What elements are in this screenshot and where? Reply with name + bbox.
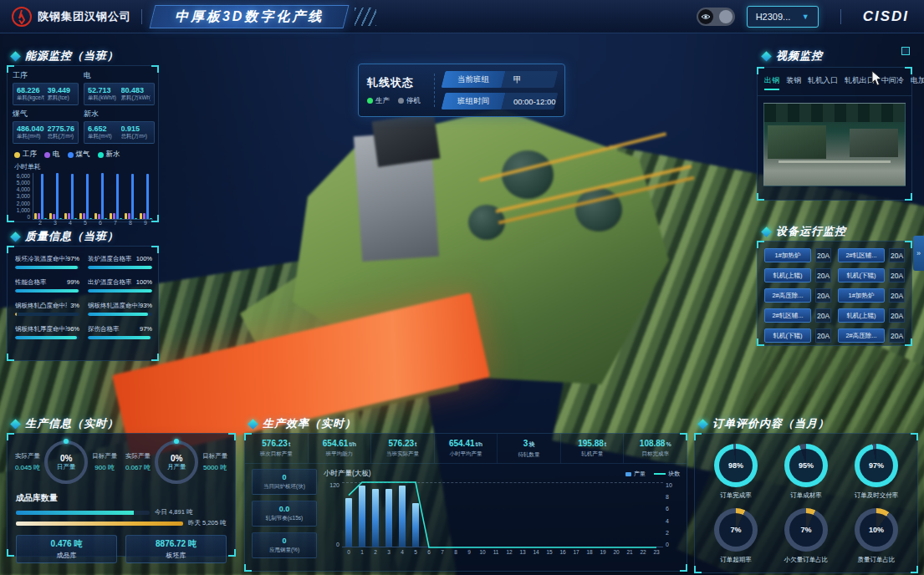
inventory-yesterday-bar: 昨天 5,205 吨 bbox=[8, 516, 235, 527]
legend-item: 块数 bbox=[654, 470, 680, 478]
quality-progress-track bbox=[88, 313, 152, 316]
energy-chart-label: 小时单耗 bbox=[8, 160, 158, 171]
efficiency-panel-title: 生产效率（实时） bbox=[249, 416, 356, 431]
efficiency-stat-value: 654.41t/h bbox=[438, 439, 494, 448]
order-ring-cell: 97%订单及时交付率 bbox=[844, 444, 909, 500]
side-stat-label: 应甩钢量(%) bbox=[256, 547, 313, 554]
panel-expand-icon[interactable] bbox=[901, 47, 910, 55]
bar-电 bbox=[113, 213, 115, 219]
device-label-badge[interactable]: 轧机(下辊) bbox=[764, 328, 811, 343]
x-tick: 10 bbox=[476, 549, 489, 555]
efficiency-stat: 195.88t轧机产量 bbox=[561, 434, 625, 463]
quality-panel-title: 质量信息（当班） bbox=[12, 229, 119, 244]
shift-group-row: 当前班组 甲 bbox=[442, 71, 559, 88]
device-label-badge[interactable]: 轧机(下辊) bbox=[838, 268, 885, 282]
corner-bracket bbox=[680, 433, 687, 440]
corner-bracket bbox=[151, 65, 159, 73]
device-label-badge[interactable]: 轧机(上辊) bbox=[838, 308, 885, 323]
rolling-status-title: 轧线状态 bbox=[367, 75, 426, 90]
mouse-cursor bbox=[871, 70, 885, 87]
legend-line-icon bbox=[654, 473, 666, 475]
device-item: 2#高压除...20A bbox=[764, 288, 831, 303]
x-tick: 6 bbox=[422, 549, 436, 555]
y-tick: 4 bbox=[666, 518, 680, 524]
x-tick: 4 bbox=[396, 549, 409, 555]
company-logo: 陕钢集团汉钢公司 bbox=[0, 7, 131, 27]
bar-新水 bbox=[44, 218, 47, 219]
legend-label: 新水 bbox=[106, 150, 120, 160]
corner-bracket bbox=[7, 65, 14, 73]
bar-工序 bbox=[49, 213, 52, 219]
legend-label: 产量 bbox=[634, 470, 646, 478]
video-tab-4[interactable]: 中间冷 bbox=[881, 75, 904, 90]
device-label-badge[interactable]: 2#高压除... bbox=[838, 328, 885, 343]
bar-煤气 bbox=[116, 174, 119, 219]
bar-新水 bbox=[89, 218, 92, 219]
daily-name: 日产量 bbox=[57, 463, 76, 471]
device-current-value: 20A bbox=[815, 268, 831, 282]
efficiency-stat: 654.61t/h班平均能力 bbox=[309, 434, 372, 463]
efficiency-side-stats: 0当日回炉板坯(块)0.0轧制节奏(≤15s)0应甩钢量(%) bbox=[252, 469, 317, 558]
monthly-name: 月产量 bbox=[167, 463, 186, 471]
efficiency-stats-row: 576.23t班次目标产量654.61t/h班平均能力576.23t当班实际产量… bbox=[245, 434, 687, 464]
quality-item: 钢板终轧厚度命中率96% bbox=[15, 325, 79, 339]
energy-stat-label: 总耗(万m³) bbox=[121, 133, 151, 140]
video-tab-5[interactable]: 电加热 bbox=[911, 75, 924, 90]
camera-feed-thumbnail[interactable] bbox=[763, 103, 906, 186]
corner-bracket bbox=[911, 566, 918, 573]
x-tick: 19 bbox=[596, 549, 610, 555]
bar-工序 bbox=[110, 213, 112, 219]
hourly-chart-plot bbox=[342, 482, 663, 547]
chevron-right-icon: » bbox=[916, 249, 921, 257]
panel-collapse-tab[interactable]: » bbox=[913, 236, 924, 271]
device-label-badge[interactable]: 2#高压除... bbox=[764, 288, 811, 303]
hour-bar bbox=[399, 486, 406, 547]
video-tab-3[interactable]: 轧机出口 bbox=[845, 75, 875, 90]
ring-marker-dot bbox=[64, 439, 69, 444]
quality-progress-fill bbox=[88, 336, 151, 339]
today-bar-text: 今日 4,891 吨 bbox=[155, 508, 192, 516]
order-ring-label: 订单成材率 bbox=[790, 491, 822, 500]
quality-progress-fill bbox=[88, 313, 148, 316]
order-ring-value: 7% bbox=[719, 513, 753, 547]
x-tick: 7 bbox=[436, 549, 449, 555]
efficiency-stat-value: 108.88% bbox=[627, 439, 683, 448]
bar-工序 bbox=[125, 213, 127, 219]
shift-time-label: 班组时间 bbox=[457, 96, 489, 107]
quality-item-pct: 100% bbox=[136, 278, 152, 286]
status-rows: 当前班组 甲 班组时间 00:00-12:00 bbox=[443, 71, 556, 109]
y-tick: 6 bbox=[666, 506, 680, 511]
quality-item-pct: 3% bbox=[70, 302, 79, 309]
order-ring: 10% bbox=[855, 508, 898, 552]
device-label-badge[interactable]: 1#加热炉 bbox=[764, 248, 811, 262]
heat-number-select[interactable]: H2309... ▼ bbox=[747, 6, 819, 28]
bar-group bbox=[48, 173, 64, 219]
device-current-value: 20A bbox=[889, 328, 905, 343]
device-label-badge[interactable]: 2#轧区辅... bbox=[838, 248, 885, 262]
diamond-icon bbox=[248, 419, 258, 430]
device-label-badge[interactable]: 轧机(上辊) bbox=[764, 268, 811, 282]
device-label-badge[interactable]: 2#轧区辅... bbox=[764, 308, 811, 323]
video-tab-1[interactable]: 装钢 bbox=[786, 75, 801, 90]
visibility-toggle[interactable] bbox=[697, 8, 735, 26]
today-bar-fill bbox=[16, 511, 134, 515]
diamond-icon bbox=[10, 232, 21, 242]
device-label-badge[interactable]: 1#加热炉 bbox=[838, 288, 885, 303]
video-tab-2[interactable]: 轧机入口 bbox=[808, 75, 838, 90]
efficiency-stat-value: 195.88t bbox=[564, 439, 620, 448]
bar-煤气 bbox=[131, 174, 134, 219]
device-current-value: 20A bbox=[815, 328, 831, 343]
bar-group bbox=[33, 173, 48, 219]
device-item: 2#轧区辅...20A bbox=[764, 308, 831, 323]
device-current-value: 20A bbox=[889, 268, 905, 282]
order-ring-value: 97% bbox=[860, 449, 893, 482]
bar-工序 bbox=[94, 213, 97, 219]
video-tab-0[interactable]: 出钢 bbox=[764, 75, 779, 90]
bar-煤气 bbox=[41, 174, 43, 219]
diamond-icon bbox=[10, 419, 21, 430]
side-stat-label: 轧制节奏(≤15s) bbox=[256, 515, 313, 522]
energy-stat-value: 68.226 bbox=[17, 86, 44, 94]
efficiency-stat: 654.41t/h小时平均产量 bbox=[435, 434, 498, 463]
hourly-chart-x-axis: 01234567891011121314151617181920212223 bbox=[342, 549, 663, 555]
energy-stat-label: 累耗(tce) bbox=[48, 94, 75, 102]
